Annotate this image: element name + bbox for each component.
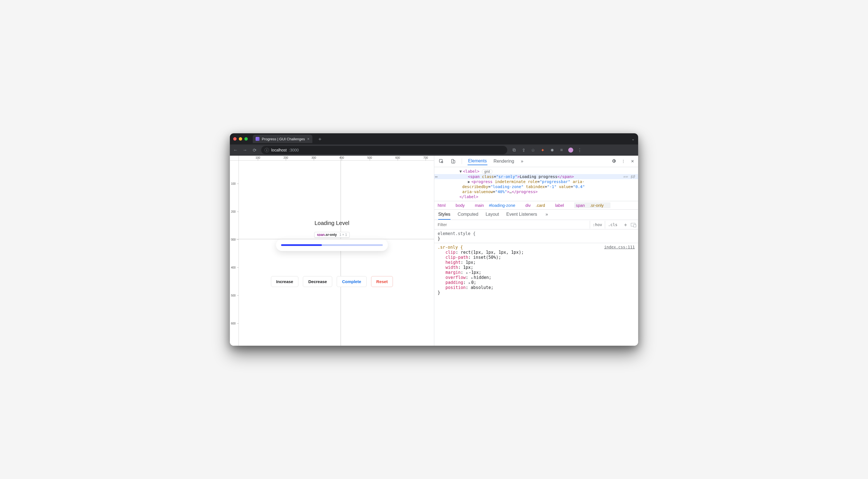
styles-tabbar: Styles Computed Layout Event Listeners » — [434, 210, 638, 220]
new-style-rule-icon[interactable]: ＋ — [620, 221, 631, 228]
window-minimize-icon[interactable] — [239, 137, 242, 140]
grid-badge[interactable]: grid — [482, 169, 492, 174]
styles-filter-row: :hov .cls ＋ — [434, 220, 638, 229]
toolbar-right: ⧉ ⇪ ☆ ✦ ✸ ≡ ⋮ — [511, 148, 583, 153]
crumb-label[interactable]: label — [555, 203, 569, 207]
profile-avatar-icon[interactable] — [568, 148, 573, 153]
css-decl-position[interactable]: position: absolute; — [438, 285, 635, 290]
reload-button[interactable]: ⟳ — [252, 148, 257, 153]
back-button[interactable]: ← — [232, 148, 238, 153]
address-bar[interactable]: i localhost:3000 — [261, 146, 507, 154]
styles-pane[interactable]: element.style { } index.css:111 .sr-only… — [434, 229, 638, 346]
devtools-panel: Elements Rendering » ⋮ ✕ ▼<label> grid <… — [434, 156, 638, 346]
css-decl-clip-path[interactable]: clip-path: inset(50%); — [438, 255, 635, 260]
subtab-computed[interactable]: Computed — [458, 212, 478, 220]
tab-favicon-icon — [256, 137, 259, 141]
cls-toggle[interactable]: .cls — [605, 221, 620, 229]
browser-toolbar: ← → ⟳ i localhost:3000 ⧉ ⇪ ☆ ✦ ✸ ≡ ⋮ — [230, 145, 638, 156]
url-host: localhost — [271, 148, 287, 152]
breadcrumb[interactable]: htmlbodymain#loading-zonediv.cardlabelsp… — [434, 201, 638, 210]
page-title: Loading Level — [315, 220, 349, 226]
element-picker-icon[interactable] — [438, 158, 444, 164]
traffic-lights — [233, 137, 248, 140]
progress-fill — [281, 244, 322, 246]
svg-rect-2 — [453, 160, 455, 163]
browser-window: Progress | GUI Challenges × ＋ ⌄ ← → ⟳ i … — [230, 133, 638, 346]
window-zoom-icon[interactable] — [244, 137, 248, 140]
dom-tree[interactable]: ▼<label> grid <span class="sr-only">Load… — [434, 167, 638, 201]
devtools-menu-icon[interactable]: ⋮ — [621, 159, 626, 163]
crumb-span-sr-only[interactable]: span.sr-only — [574, 202, 611, 208]
css-decl-padding[interactable]: padding: ▶0; — [438, 280, 635, 285]
open-external-icon[interactable]: ⧉ — [511, 148, 517, 153]
tab-close-icon[interactable]: × — [307, 137, 309, 141]
subtabs-more-icon[interactable]: » — [546, 212, 548, 220]
css-decl-margin[interactable]: margin: ▶-1px; — [438, 270, 635, 275]
window-close-icon[interactable] — [233, 137, 237, 140]
site-info-icon[interactable]: i — [265, 148, 269, 152]
url-port: :3000 — [289, 148, 299, 152]
bookmark-star-icon[interactable]: ☆ — [530, 148, 536, 153]
increase-button[interactable]: Increase — [271, 276, 299, 287]
hov-toggle[interactable]: :hov — [590, 221, 605, 229]
browser-tab[interactable]: Progress | GUI Challenges × — [253, 135, 312, 143]
crumb-div-card[interactable]: div.card — [525, 203, 550, 207]
css-decl-height[interactable]: height: 1px; — [438, 260, 635, 265]
crumb-html[interactable]: html — [438, 203, 451, 207]
settings-gear-icon[interactable] — [611, 158, 616, 164]
forward-button[interactable]: → — [242, 148, 248, 153]
extensions-puzzle-icon[interactable]: ✸ — [549, 148, 555, 153]
devtools-close-icon[interactable]: ✕ — [631, 159, 634, 163]
subtab-styles[interactable]: Styles — [438, 212, 451, 220]
css-decl-overflow[interactable]: overflow: ▶hidden; — [438, 275, 635, 280]
element-style-selector: element.style { — [438, 231, 635, 236]
tab-rendering[interactable]: Rendering — [493, 158, 515, 165]
progress-card — [276, 239, 388, 251]
tooltip-cls: .sr-only — [325, 233, 337, 237]
kebab-menu-icon[interactable]: ⋮ — [577, 148, 583, 153]
share-icon[interactable]: ⇪ — [521, 148, 526, 153]
content-split: 100200300400500600700 100200300400500600… — [230, 156, 638, 346]
crumb-body[interactable]: body — [456, 203, 470, 207]
tooltip-dims: 1 × 1 — [339, 233, 347, 237]
styles-filter-input[interactable] — [434, 220, 590, 229]
button-row: Increase Decrease Complete Reset — [271, 276, 393, 287]
subtab-layout[interactable]: Layout — [486, 212, 499, 220]
rule-source-link[interactable]: index.css:111 — [604, 245, 635, 249]
subtab-event-listeners[interactable]: Event Listeners — [506, 212, 537, 220]
page-viewport: 100200300400500600700 100200300400500600… — [230, 156, 434, 346]
progress-track — [281, 244, 383, 246]
new-tab-button[interactable]: ＋ — [317, 135, 322, 142]
reading-list-icon[interactable]: ≡ — [559, 148, 564, 153]
extension-icon[interactable]: ✦ — [540, 148, 545, 153]
tabs-more-icon[interactable]: » — [520, 158, 524, 165]
dom-eq0: == $0 — [623, 174, 635, 179]
tab-elements[interactable]: Elements — [468, 157, 488, 165]
css-decl-width[interactable]: width: 1px; — [438, 265, 635, 270]
rule-selector: .sr-only { — [438, 245, 463, 250]
decrease-button[interactable]: Decrease — [303, 276, 332, 287]
device-toggle-icon[interactable] — [450, 158, 456, 164]
complete-button[interactable]: Complete — [337, 276, 366, 287]
page-content: Loading Level span.sr-only 1 × 1 Increas… — [230, 156, 434, 346]
box-model-icon[interactable] — [631, 223, 636, 226]
tabs-overflow-icon[interactable]: ⌄ — [631, 137, 635, 141]
css-decl-clip[interactable]: clip: rect(1px, 1px, 1px, 1px); — [438, 250, 635, 255]
devtools-tabbar: Elements Rendering » ⋮ ✕ — [434, 156, 638, 167]
titlebar: Progress | GUI Challenges × ＋ ⌄ — [230, 133, 638, 145]
reset-button[interactable]: Reset — [371, 276, 393, 287]
tab-title: Progress | GUI Challenges — [262, 137, 305, 141]
tooltip-ns: span — [317, 233, 325, 237]
dom-selected-node[interactable]: <span class="sr-only">Loading progress</… — [434, 174, 638, 179]
crumb-main-loading-zone[interactable]: main#loading-zone — [475, 203, 520, 207]
inspect-tooltip: span.sr-only 1 × 1 — [314, 232, 349, 237]
